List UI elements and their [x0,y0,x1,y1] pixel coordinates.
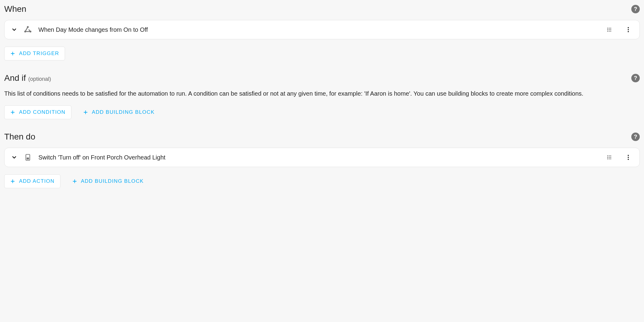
action-label: Switch 'Turn off' on Front Porch Overhea… [38,154,599,161]
add-action-label: Add Action [19,178,55,184]
svg-point-5 [609,28,610,29]
add-action-button[interactable]: Add Action [4,174,60,188]
thendo-section: Then do ? Switch 'Turn off' on Front Por… [4,132,640,188]
svg-point-6 [610,28,611,29]
svg-point-30 [607,159,608,159]
add-building-block-button[interactable]: Add Building Block [77,105,160,119]
svg-point-8 [609,29,610,30]
svg-point-35 [628,159,629,160]
svg-point-9 [610,29,611,30]
svg-point-13 [628,27,629,28]
add-trigger-label: Add Trigger [19,51,59,57]
thendo-title: Then do [4,132,35,142]
trigger-label: When Day Mode changes from On to Off [38,26,599,33]
add-trigger-button[interactable]: Add Trigger [4,47,65,61]
andif-header: And if (optional) ? [4,73,640,83]
andif-description: This list of conditions needs to be sati… [4,89,640,98]
chevron-down-icon[interactable] [11,27,17,33]
add-building-block-button[interactable]: Add Building Block [67,174,149,188]
andif-title-text: And if [4,73,26,83]
svg-point-10 [607,31,608,32]
add-condition-label: Add Condition [19,109,66,115]
help-icon[interactable]: ? [631,5,640,13]
svg-point-32 [610,159,611,159]
plus-icon [10,110,15,115]
svg-point-27 [607,157,608,158]
andif-title: And if (optional) [4,73,51,83]
svg-point-29 [610,157,611,158]
svg-rect-23 [27,158,29,160]
andif-button-row: Add Condition Add Building Block [4,105,640,119]
drag-handle-icon[interactable] [605,153,613,162]
plus-icon [10,51,15,56]
svg-point-26 [610,156,611,156]
add-building-block-label: Add Building Block [81,178,144,184]
trigger-card[interactable]: When Day Mode changes from On to Off [4,20,640,39]
when-button-row: Add Trigger [4,47,640,61]
optional-label: (optional) [28,76,51,82]
when-title: When [4,4,26,14]
plus-icon [83,110,88,115]
svg-point-11 [609,31,610,32]
svg-point-31 [609,159,610,159]
svg-point-4 [607,28,608,29]
svg-point-28 [609,157,610,158]
andif-section: And if (optional) ? This list of conditi… [4,73,640,119]
help-icon[interactable]: ? [631,133,640,141]
add-condition-button[interactable]: Add Condition [4,105,71,119]
help-icon[interactable]: ? [631,74,640,82]
svg-point-15 [628,31,629,32]
svg-point-34 [628,157,629,158]
switch-icon [23,153,32,162]
svg-point-24 [607,156,608,156]
action-card[interactable]: Switch 'Turn off' on Front Porch Overhea… [4,148,640,167]
plus-icon [72,179,77,184]
plus-icon [10,179,15,184]
chevron-down-icon[interactable] [11,154,17,160]
svg-point-7 [607,29,608,30]
thendo-button-row: Add Action Add Building Block [4,174,640,188]
when-header: When ? [4,4,640,14]
svg-point-14 [628,29,629,30]
svg-point-12 [610,31,611,32]
add-building-block-label: Add Building Block [92,109,155,115]
drag-handle-icon[interactable] [605,25,613,34]
more-menu-icon[interactable] [624,25,633,34]
thendo-header: Then do ? [4,132,640,142]
more-menu-icon[interactable] [624,153,633,162]
when-section: When ? When Day Mode changes from On to … [4,4,640,61]
svg-point-33 [628,155,629,156]
webhook-icon [23,25,32,34]
svg-point-25 [609,156,610,156]
